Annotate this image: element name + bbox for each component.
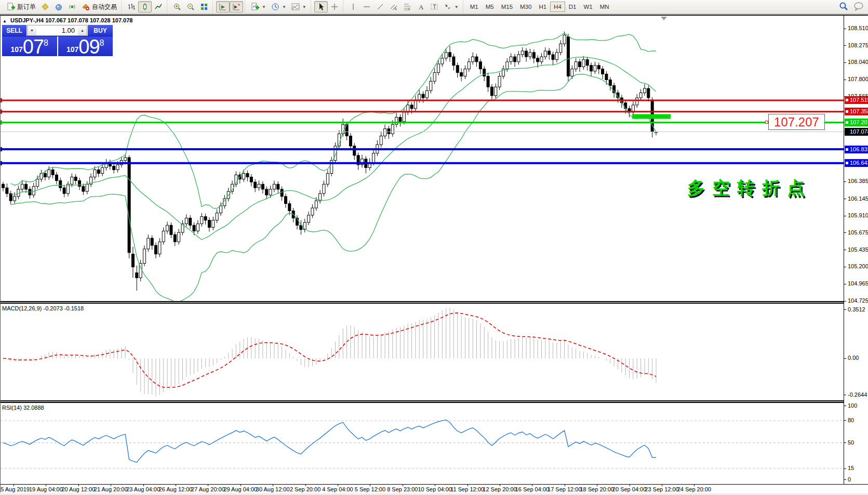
time-label: 10 Sep 04:00 [418,486,451,492]
buy-price-sup: 8 [100,38,104,48]
bar-chart-button[interactable] [125,1,138,12]
macd-indicator-label: MACD(12,26,9) -0.2073 -0.1518 [2,305,84,311]
sell-button[interactable]: SELL [2,25,26,36]
fibonacci-button[interactable]: F [400,1,414,12]
tf-M15[interactable]: M15 [498,2,516,12]
templates-button[interactable]: ▼ [289,1,309,12]
candlestick-button[interactable] [138,1,152,12]
main-chart[interactable] [1,16,844,301]
auto-scroll-button[interactable] [216,1,230,12]
chart-shift-icon [232,3,241,11]
indicators-dropdown-arrow[interactable]: ▼ [262,5,266,9]
time-label: 12 Sep 20:00 [483,486,516,492]
arrows-dropdown-arrow[interactable]: ▼ [455,5,459,9]
price-tick [844,216,846,216]
price-callout-label[interactable]: 107.207 [768,114,825,130]
tf-M5[interactable]: M5 [482,2,498,12]
toolbar-group-main: 新订单 自动交易 [1,0,121,14]
time-label: 23 Aug 04:00 [126,486,160,492]
indicators-icon [251,3,259,11]
chart-title-symbol: USDJPY-,H4 [10,17,44,23]
current-price-badge: 107.078 [845,128,868,136]
periods-button[interactable]: ▼ [269,1,289,12]
volume-input[interactable] [36,25,78,35]
buy-button[interactable]: BUY [88,25,113,36]
mql5-community-icon [55,3,63,11]
templates-dropdown-arrow[interactable]: ▼ [302,5,306,9]
green-highlight-segment[interactable] [632,114,671,119]
autotrading-label: 自动交易 [92,3,117,11]
price-tick [844,267,846,267]
horizontal-lines[interactable] [1,98,844,165]
signals-button[interactable] [65,1,79,12]
rsi-80-label: 80 [848,417,854,423]
toolbar-group-cursor [311,0,343,14]
arrows-icon [444,3,452,11]
horizontal-line-button[interactable] [360,1,373,12]
chart-profile-icon [41,3,49,11]
rsi-100-label: 100 [848,402,857,409]
text-label-button[interactable]: T [428,1,441,12]
trendline-button[interactable] [373,1,387,12]
macd-low-label: -0.2644 [848,392,867,398]
new-order-button[interactable]: 新订单 [4,1,38,12]
zoom-out-button[interactable] [184,1,197,12]
tf-MN[interactable]: MN [596,2,613,12]
line-chart-button[interactable] [152,1,165,12]
search-icon[interactable] [839,2,848,13]
price-tick [844,232,846,233]
time-axis[interactable]: 15 Aug 201919 Aug 04:0020 Aug 12:0021 Au… [1,484,868,493]
text-button[interactable]: A [414,1,428,12]
hline-price-badge: 106.835 [845,146,868,153]
time-label: 18 Sep 20:00 [580,486,613,492]
crosshair-button[interactable] [328,1,341,12]
price-label: 105.675 [848,229,868,236]
sell-price[interactable]: 107078 [2,36,57,56]
volume-increase-button[interactable]: ▲ [78,25,87,35]
price-callout-anchor[interactable] [765,121,768,124]
zoom-in-button[interactable] [170,1,184,12]
buy-price[interactable]: 107098 [58,36,113,56]
new-order-label: 新订单 [17,3,36,11]
tile-windows-button[interactable] [197,1,211,12]
equidistant-channel-button[interactable]: E [387,1,400,12]
volume-decrease-button[interactable]: ▼ [28,25,36,35]
price-label: 108.275 [848,42,868,48]
toolbar-group-zoom [167,0,212,14]
autotrading-icon [82,3,90,11]
periods-dropdown-arrow[interactable]: ▼ [282,5,286,9]
tf-D1[interactable]: D1 [565,2,580,12]
price-label: 106.385 [848,178,868,184]
chat-icon[interactable] [853,2,864,13]
vertical-line-button[interactable] [346,1,360,12]
chart-profile-button[interactable] [38,1,52,12]
price-tick [844,181,846,182]
tf-W1[interactable]: W1 [580,2,596,12]
tf-M30[interactable]: M30 [516,2,535,12]
rsi-pane[interactable] [1,403,844,484]
cursor-button[interactable] [314,1,328,12]
chart-shift-button[interactable] [230,1,243,12]
time-label: 23 Sep 12:00 [645,486,678,492]
price-label: 105.910 [848,212,868,218]
turning-point-annotation[interactable]: 多空转折点 [687,176,812,200]
time-label: 20 Sep 04:00 [612,486,646,492]
chart-title: ▲ USDJPY-,H4 107.067 107.078 107.028 107… [3,17,132,23]
tf-M1[interactable]: M1 [466,2,482,12]
mql5-community-button[interactable] [52,1,65,12]
macd-pane[interactable] [1,304,844,400]
svg-text:F: F [408,7,410,10]
macd-histogram [3,308,656,396]
price-axis[interactable]: 108.510108.275108.040107.800107.565106.3… [844,16,868,484]
price-tick [844,62,846,63]
rsi-15-tick [844,468,846,469]
indicators-button[interactable]: ▼ [248,1,269,12]
autotrading-button[interactable]: 自动交易 [79,1,119,12]
tf-H1[interactable]: H1 [535,2,550,12]
collapse-arrow-icon[interactable]: ▲ [3,19,7,23]
rsi-80-tick [844,420,846,421]
time-label: 2 Sep 20:00 [290,486,321,492]
arrows-button[interactable]: ▼ [441,1,461,12]
chart-shift-marker[interactable] [661,17,667,20]
tf-H4[interactable]: H4 [550,2,565,12]
